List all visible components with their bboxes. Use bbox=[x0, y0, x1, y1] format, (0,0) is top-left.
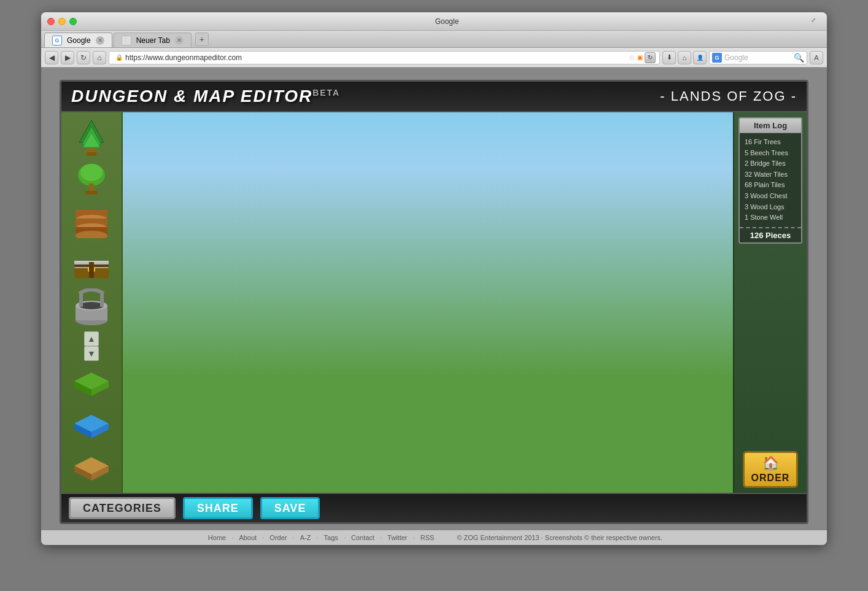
water-tile-icon bbox=[72, 412, 111, 439]
footer-order[interactable]: Order bbox=[269, 534, 287, 541]
address-bar: ◀ ▶ ↻ ⌂ 🔒 https://www.dungeonmapeditor.c… bbox=[41, 48, 827, 68]
beta-badge: BETA bbox=[312, 88, 340, 98]
bookmark-star[interactable]: ☆ bbox=[629, 53, 635, 62]
page-footer: Home · About · Order · A-Z · Tags · Cont… bbox=[41, 530, 827, 545]
order-icon: 🏠 bbox=[762, 455, 779, 471]
svg-rect-5 bbox=[87, 152, 96, 156]
tab-google[interactable]: G Google ✕ bbox=[44, 33, 112, 47]
footer-home[interactable]: Home bbox=[208, 534, 226, 541]
main-viewport bbox=[123, 112, 733, 493]
footer-copyright: © ZOG Entertainment 2013 · Screenshots ©… bbox=[457, 534, 662, 541]
download-button[interactable]: ⬇ bbox=[662, 51, 676, 64]
footer-contact[interactable]: Contact bbox=[351, 534, 374, 541]
sidebar-item-water-tile[interactable] bbox=[67, 406, 116, 446]
game-container: DUNGEON & MAP EDITORBETA - LANDS OF ZOG … bbox=[60, 80, 808, 524]
content-area: DUNGEON & MAP EDITORBETA - LANDS OF ZOG … bbox=[41, 68, 827, 530]
neuer-favicon bbox=[122, 36, 131, 45]
item-log-plain-tiles: 68 Plain Tiles bbox=[745, 180, 796, 191]
close-button[interactable] bbox=[47, 18, 55, 25]
item-log-bridge-tiles: 2 Bridge Tiles bbox=[745, 158, 796, 169]
sidebar-item-fir-tree[interactable] bbox=[67, 117, 116, 157]
tab-neuer[interactable]: Neuer Tab ✕ bbox=[114, 33, 192, 47]
fir-tree-icon bbox=[72, 118, 111, 157]
tab-close-google[interactable]: ✕ bbox=[96, 36, 104, 45]
url-text: https://www.dungeonmapeditor.com bbox=[125, 53, 242, 62]
maximize-button[interactable] bbox=[69, 18, 77, 25]
sidebar-item-wood-chest[interactable] bbox=[67, 244, 116, 284]
bottom-bar: CATEGORIES SHARE SAVE bbox=[61, 493, 807, 522]
refresh-button[interactable]: ↻ bbox=[77, 51, 90, 64]
svg-rect-27 bbox=[74, 261, 109, 262]
tab-bar: G Google ✕ Neuer Tab ✕ + bbox=[41, 31, 827, 48]
svg-rect-9 bbox=[85, 191, 98, 195]
categories-button[interactable]: CATEGORIES bbox=[69, 497, 176, 519]
svg-rect-33 bbox=[100, 293, 104, 307]
reload-icon[interactable]: ↻ bbox=[645, 52, 656, 63]
game-header: DUNGEON & MAP EDITORBETA - LANDS OF ZOG … bbox=[61, 82, 807, 112]
resize-icon: ⤢ bbox=[811, 17, 821, 26]
item-log-fir-trees: 16 Fir Trees bbox=[745, 137, 796, 148]
footer-rss[interactable]: RSS bbox=[420, 534, 435, 541]
url-field[interactable]: 🔒 https://www.dungeonmapeditor.com ☆ ▣ ↻ bbox=[109, 51, 660, 64]
title-bar: Google ⤢ bbox=[41, 12, 827, 31]
item-log-total: 126 Pieces bbox=[740, 228, 801, 242]
scroll-arrows-container: ▲ ▼ bbox=[61, 331, 122, 361]
tab-neuer-label: Neuer Tab bbox=[136, 36, 170, 45]
share-button[interactable]: SHARE bbox=[183, 497, 253, 519]
profile-button[interactable]: 👤 bbox=[693, 51, 707, 64]
footer-twitter[interactable]: Twitter bbox=[387, 534, 407, 541]
new-tab-button[interactable]: + bbox=[195, 33, 209, 46]
order-section: 🏠 ORDER bbox=[743, 451, 798, 488]
search-logo: G bbox=[712, 53, 722, 63]
google-favicon: G bbox=[52, 36, 62, 45]
item-log-beech-trees: 5 Beech Trees bbox=[745, 148, 796, 159]
search-icon[interactable]: 🔍 bbox=[794, 53, 804, 63]
svg-point-7 bbox=[80, 164, 103, 181]
wood-plank-icon bbox=[72, 455, 111, 482]
item-log-wood-chest: 3 Wood Chest bbox=[745, 191, 796, 202]
stone-well-icon bbox=[72, 288, 111, 325]
tab-close-neuer[interactable]: ✕ bbox=[175, 36, 184, 45]
item-log-water-tiles: 32 Water Tiles bbox=[745, 169, 796, 180]
footer-about[interactable]: About bbox=[239, 534, 257, 541]
forward-button[interactable]: ▶ bbox=[61, 51, 74, 64]
sidebar-item-wood-plank[interactable] bbox=[67, 448, 116, 488]
back-button[interactable]: ◀ bbox=[45, 51, 58, 64]
order-button[interactable]: 🏠 ORDER bbox=[743, 451, 798, 488]
home-button[interactable]: ⌂ bbox=[93, 51, 106, 64]
svg-rect-26 bbox=[89, 261, 94, 278]
beech-tree-icon bbox=[72, 160, 111, 199]
item-log-header: Item Log bbox=[740, 118, 801, 133]
game-title-text: DUNGEON & MAP EDITOR bbox=[71, 87, 312, 106]
sidebar-item-beech-tree[interactable] bbox=[67, 160, 116, 199]
search-placeholder: Google bbox=[724, 53, 748, 62]
item-log-wood-logs: 3 Wood Logs bbox=[745, 202, 796, 213]
order-btn-label: ORDER bbox=[751, 473, 790, 484]
scroll-down-arrow[interactable]: ▼ bbox=[84, 346, 99, 361]
plain-tile-icon bbox=[72, 370, 111, 397]
sidebar-item-wood-logs[interactable] bbox=[67, 202, 116, 242]
footer-tags[interactable]: Tags bbox=[324, 534, 338, 541]
toolbar-icons: ⬇ ⌂ 👤 bbox=[662, 51, 707, 64]
scene-background bbox=[123, 112, 733, 493]
lock-icon: 🔒 bbox=[115, 54, 123, 61]
footer-az[interactable]: A-Z bbox=[300, 534, 311, 541]
right-panel: Item Log 16 Fir Trees 5 Beech Trees 2 Br… bbox=[733, 112, 807, 493]
wood-logs-icon bbox=[72, 206, 111, 238]
game-subtitle: - LANDS OF ZOG - bbox=[660, 88, 797, 104]
minimize-button[interactable] bbox=[58, 18, 66, 25]
traffic-lights bbox=[47, 18, 77, 25]
wood-chest-icon bbox=[72, 247, 111, 282]
browser-window: Google ⤢ G Google ✕ Neuer Tab ✕ + ◀ ▶ ↻ … bbox=[41, 12, 827, 545]
sidebar-item-stone-well[interactable] bbox=[67, 287, 116, 326]
rss-icon: ▣ bbox=[637, 54, 643, 61]
bookmarks-button[interactable]: ⌂ bbox=[678, 51, 691, 64]
search-bar[interactable]: G Google 🔍 bbox=[709, 51, 807, 64]
sidebar-item-plain-tile[interactable] bbox=[67, 363, 116, 403]
extensions-button[interactable]: A bbox=[810, 51, 823, 64]
game-title: DUNGEON & MAP EDITORBETA bbox=[71, 87, 340, 106]
item-log-content: 16 Fir Trees 5 Beech Trees 2 Bridge Tile… bbox=[740, 133, 801, 228]
save-button[interactable]: SAVE bbox=[260, 497, 320, 519]
scroll-up-arrow[interactable]: ▲ bbox=[84, 331, 99, 346]
footer-links: Home · About · Order · A-Z · Tags · Cont… bbox=[41, 534, 827, 541]
